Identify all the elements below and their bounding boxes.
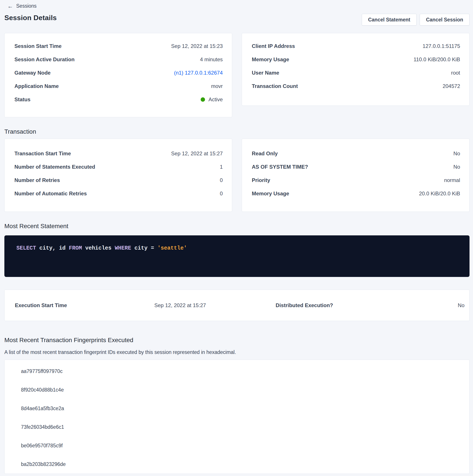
- transaction-section: Transaction Start Time Sep 12, 2022 at 1…: [4, 139, 470, 212]
- sql-code-block: SELECT city, id FROM vehicles WHERE city…: [4, 235, 470, 277]
- detail-value: 110.0 KiB/200.0 KiB: [414, 56, 460, 63]
- transaction-card-right: Read Only No AS OF SYSTEM TIME? No Prior…: [242, 139, 470, 212]
- fingerprint-item: be06e9570f785c9f: [21, 436, 459, 455]
- fingerprint-item: 73fe26034bd6e6c1: [21, 418, 459, 436]
- detail-label: Transaction Count: [252, 83, 298, 89]
- cancel-statement-button[interactable]: Cancel Statement: [362, 14, 417, 26]
- detail-value: 20.0 KiB/20.0 KiB: [419, 190, 460, 197]
- detail-row: Memory Usage 110.0 KiB/200.0 KiB: [252, 53, 460, 66]
- detail-value: No: [453, 151, 460, 157]
- status-badge: Active: [201, 97, 223, 102]
- detail-value: 127.0.0.1:51175: [423, 43, 460, 49]
- detail-row: Session Active Duration 4 minutes: [15, 53, 223, 66]
- detail-label: User Name: [252, 70, 279, 76]
- session-card-left: Session Start Time Sep 12, 2022 at 15:23…: [4, 33, 232, 117]
- page-header: Session Details Cancel Statement Cancel …: [4, 14, 470, 26]
- detail-label: Priority: [252, 177, 270, 183]
- detail-row: AS OF SYSTEM TIME? No: [252, 160, 460, 173]
- status-text: Active: [209, 97, 223, 102]
- session-card-right: Client IP Address 127.0.0.1:51175 Memory…: [242, 33, 470, 106]
- detail-row: Client IP Address 127.0.0.1:51175: [252, 39, 460, 53]
- detail-label: Session Start Time: [15, 43, 62, 49]
- sql-token: 'seattle': [157, 245, 187, 251]
- detail-row: Number of Retries 0: [15, 173, 223, 187]
- fingerprints-card: aa79775ff097970c 8f920c40d88b1c4e 8d4ae6…: [4, 360, 470, 474]
- detail-value: root: [451, 70, 460, 76]
- status-dot-icon: [201, 97, 205, 102]
- detail-label: Session Active Duration: [15, 56, 75, 63]
- sql-token: SELECT: [16, 245, 36, 251]
- distributed-execution-label: Distributed Execution?: [276, 302, 333, 308]
- detail-label: Transaction Start Time: [15, 151, 71, 157]
- detail-row: Application Name movr: [15, 79, 223, 93]
- detail-label: Memory Usage: [252, 56, 289, 63]
- fingerprint-item: 8f920c40d88b1c4e: [21, 381, 459, 399]
- execution-start-time-value: Sep 12, 2022 at 15:27: [154, 302, 206, 308]
- sql-token: city, id: [36, 245, 69, 251]
- gateway-node-link[interactable]: (n1) 127.0.0.1:62674: [174, 70, 223, 76]
- detail-value: 4 minutes: [200, 56, 223, 63]
- detail-label: Application Name: [15, 83, 59, 89]
- back-link[interactable]: ← Sessions: [4, 2, 470, 9]
- detail-label: Number of Automatic Retries: [15, 190, 87, 197]
- detail-value: 204572: [443, 83, 460, 89]
- detail-row: Gateway Node (n1) 127.0.0.1:62674: [15, 66, 223, 79]
- sql-token: FROM: [69, 245, 82, 251]
- detail-label: Number of Retries: [15, 177, 60, 183]
- detail-label: Memory Usage: [252, 190, 289, 197]
- detail-row: Number of Automatic Retries 0: [15, 187, 223, 200]
- fingerprint-item: 8d4ae61a5fb3ce2a: [21, 399, 459, 418]
- detail-row: Transaction Count 204572: [252, 79, 460, 93]
- detail-row: Transaction Start Time Sep 12, 2022 at 1…: [15, 147, 223, 160]
- detail-value: normal: [444, 177, 460, 183]
- back-label: Sessions: [16, 3, 36, 9]
- detail-label: Status: [15, 97, 30, 102]
- detail-label: Read Only: [252, 151, 278, 157]
- sql-token: WHERE: [115, 245, 131, 251]
- distributed-execution-value: No: [458, 302, 464, 308]
- detail-value: Sep 12, 2022 at 15:27: [171, 151, 223, 157]
- detail-row: Session Start Time Sep 12, 2022 at 15:23: [15, 39, 223, 53]
- detail-row: Priority normal: [252, 173, 460, 187]
- sql-token: city =: [131, 245, 157, 251]
- detail-row: Status Active: [15, 93, 223, 106]
- detail-row: Read Only No: [252, 147, 460, 160]
- transaction-heading: Transaction: [4, 128, 470, 135]
- fingerprints-description: A list of the most recent transaction fi…: [4, 349, 470, 355]
- sql-token: vehicles: [82, 245, 115, 251]
- detail-row: Number of Statements Executed 1: [15, 160, 223, 173]
- fingerprint-item: aa79775ff097970c: [21, 362, 459, 381]
- detail-label: Number of Statements Executed: [15, 164, 95, 170]
- detail-value: No: [453, 164, 460, 170]
- page-title: Session Details: [4, 14, 57, 22]
- session-details-page: ← Sessions Session Details Cancel Statem…: [0, 0, 473, 476]
- session-overview-section: Session Start Time Sep 12, 2022 at 15:23…: [4, 26, 470, 117]
- detail-value: 1: [220, 164, 223, 170]
- detail-row: Memory Usage 20.0 KiB/20.0 KiB: [252, 187, 460, 200]
- detail-value: movr: [211, 83, 223, 89]
- execution-card: Execution Start Time Sep 12, 2022 at 15:…: [4, 290, 470, 321]
- arrow-left-icon: ←: [7, 3, 13, 9]
- detail-row: User Name root: [252, 66, 460, 79]
- detail-label: AS OF SYSTEM TIME?: [252, 164, 308, 170]
- detail-label: Client IP Address: [252, 43, 295, 49]
- detail-value: Sep 12, 2022 at 15:23: [171, 43, 223, 49]
- sql-statement: SELECT city, id FROM vehicles WHERE city…: [16, 245, 457, 251]
- distributed-execution-pair: Distributed Execution? No: [276, 302, 464, 308]
- transaction-card-left: Transaction Start Time Sep 12, 2022 at 1…: [4, 139, 232, 212]
- detail-value: 0: [220, 190, 223, 197]
- detail-value: 0: [220, 177, 223, 183]
- fingerprint-item: ba2b203b823296de: [21, 455, 459, 474]
- header-buttons: Cancel Statement Cancel Session: [362, 14, 470, 26]
- detail-label: Gateway Node: [15, 70, 50, 76]
- statement-heading: Most Recent Statement: [4, 223, 470, 230]
- cancel-session-button[interactable]: Cancel Session: [420, 14, 470, 26]
- execution-start-pair: Execution Start Time Sep 12, 2022 at 15:…: [15, 302, 206, 308]
- execution-start-time-label: Execution Start Time: [15, 302, 67, 308]
- fingerprints-heading: Most Recent Transaction Fingerprints Exe…: [4, 337, 470, 344]
